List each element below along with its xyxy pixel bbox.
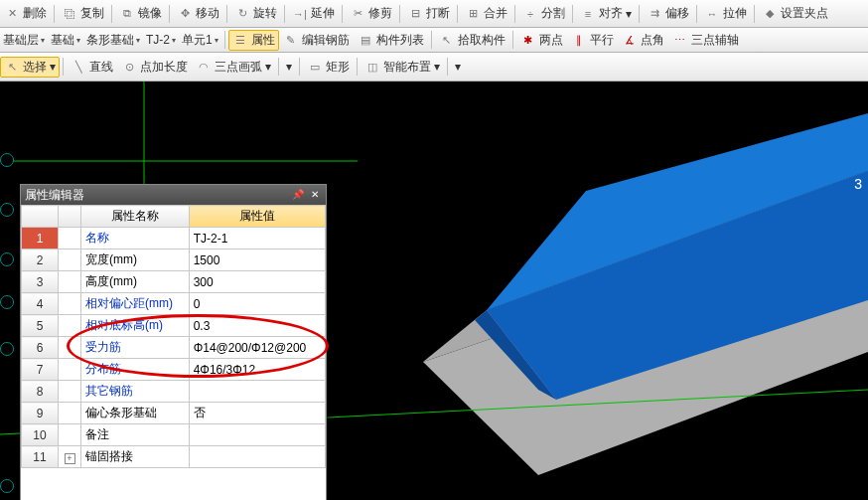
property-grid[interactable]: 属性名称 属性值 1名称TJ-2-12宽度(mm)15003高度(mm)3004… — [21, 205, 326, 468]
offset-button[interactable]: ⇉偏移 — [643, 3, 693, 24]
line-button[interactable]: ╲直线 — [67, 57, 117, 78]
expand-cell — [59, 293, 81, 315]
rotate-icon: ↻ — [234, 6, 250, 22]
expand-cell — [59, 359, 81, 381]
expand-cell — [59, 271, 81, 293]
model-viewport[interactable]: 30 3 Z 属性编辑器 📌 ✕ 属性名称 属性值 1名称TJ-2-12宽度(m… — [0, 82, 868, 500]
property-editor-panel: 属性编辑器 📌 ✕ 属性名称 属性值 1名称TJ-2-12宽度(mm)15003… — [20, 184, 327, 500]
row-number: 8 — [22, 381, 59, 403]
prop-name: 其它钢筋 — [81, 381, 190, 403]
parallel-button[interactable]: ∥平行 — [567, 30, 618, 51]
table-row[interactable]: 10备注 — [22, 424, 326, 446]
copy-button[interactable]: ⿻复制 — [58, 3, 108, 24]
axis-marker — [0, 252, 14, 266]
table-row[interactable]: 1名称TJ-2-1 — [22, 228, 326, 250]
expand-cell[interactable]: + — [59, 446, 81, 468]
toolbar-edit: ✕删除 ⿻复制 ⧉镜像 ✥移动 ↻旋转 →|延伸 ✂修剪 ⊟打断 ⊞合并 ÷分割… — [0, 0, 868, 28]
prop-value[interactable]: Φ14@200/Φ12@200 — [189, 337, 325, 359]
align-button[interactable]: ≡对齐▾ — [576, 3, 636, 24]
table-row[interactable]: 5相对底标高(m)0.3 — [22, 315, 326, 337]
rotate-button[interactable]: ↻旋转 — [230, 3, 281, 24]
table-row[interactable]: 2宽度(mm)1500 — [22, 250, 326, 271]
row-number: 1 — [22, 228, 59, 250]
table-row[interactable]: 6受力筋Φ14@200/Φ12@200 — [22, 337, 326, 359]
pick-icon: ↖ — [439, 32, 455, 48]
move-button[interactable]: ✥移动 — [173, 3, 223, 24]
expand-cell — [59, 337, 81, 359]
extend-icon: →| — [292, 6, 308, 22]
expand-cell — [59, 381, 81, 403]
prop-value[interactable] — [189, 424, 325, 446]
smart-layout-button[interactable]: ◫智能布置▾ — [361, 57, 444, 78]
move-icon: ✥ — [177, 6, 193, 22]
merge-button[interactable]: ⊞合并 — [461, 3, 511, 24]
stretch-button[interactable]: ↔拉伸 — [700, 3, 751, 24]
grip-button[interactable]: ◆设置夹点 — [758, 3, 832, 24]
delete-button[interactable]: ✕删除 — [0, 3, 51, 24]
col-blank — [22, 206, 59, 228]
table-row[interactable]: 11+锚固搭接 — [22, 446, 326, 468]
table-row[interactable]: 9偏心条形基础否 — [22, 403, 326, 424]
mirror-button[interactable]: ⧉镜像 — [115, 3, 166, 24]
type-dropdown[interactable]: 条形基础▾ — [83, 31, 143, 50]
expand-cell — [59, 228, 81, 250]
prop-name: 偏心条形基础 — [81, 403, 190, 424]
mirror-icon: ⧉ — [119, 6, 135, 22]
three-point-aux-icon: ⋯ — [672, 32, 688, 48]
prop-value[interactable] — [189, 446, 325, 468]
edit-rebar-button[interactable]: ✎编辑钢筋 — [279, 30, 354, 51]
point-angle-button[interactable]: ∡点角 — [618, 30, 668, 51]
three-point-aux-button[interactable]: ⋯三点辅轴 — [668, 30, 743, 51]
close-icon[interactable]: ✕ — [308, 188, 322, 202]
row-number: 9 — [22, 403, 59, 424]
list-icon: ▤ — [358, 32, 373, 48]
split-button[interactable]: ÷分割 — [518, 3, 569, 24]
table-row[interactable]: 4相对偏心距(mm)0 — [22, 293, 326, 315]
rect-button[interactable]: ▭矩形 — [303, 57, 354, 78]
expand-cell — [59, 424, 81, 446]
rect-icon: ▭ — [307, 59, 323, 75]
axis-marker — [0, 479, 14, 493]
unit-dropdown[interactable]: 单元1▾ — [179, 31, 221, 50]
point-length-icon: ⊙ — [121, 59, 137, 75]
split-icon: ÷ — [522, 6, 538, 22]
layer-dropdown[interactable]: 基础层▾ — [0, 31, 48, 50]
trim-button[interactable]: ✂修剪 — [346, 3, 396, 24]
break-button[interactable]: ⊟打断 — [403, 3, 454, 24]
table-row[interactable]: 8其它钢筋 — [22, 381, 326, 403]
prop-name: 相对偏心距(mm) — [81, 293, 190, 315]
prop-value[interactable] — [189, 381, 325, 403]
dimension-h: 3 — [854, 176, 862, 192]
prop-value[interactable]: 0.3 — [189, 315, 325, 337]
table-row[interactable]: 3高度(mm)300 — [22, 271, 326, 293]
group-dropdown[interactable]: 基础▾ — [48, 31, 83, 50]
item-dropdown[interactable]: TJ-2▾ — [143, 32, 179, 48]
more2-dropdown[interactable]: ▾ — [451, 58, 465, 76]
panel-titlebar[interactable]: 属性编辑器 📌 ✕ — [21, 185, 326, 205]
select-button[interactable]: ↖选择▾ — [0, 57, 60, 78]
row-number: 7 — [22, 359, 59, 381]
extend-button[interactable]: →|延伸 — [288, 3, 339, 24]
prop-value[interactable]: 300 — [189, 271, 325, 293]
pick-member-button[interactable]: ↖拾取构件 — [435, 30, 509, 51]
prop-value[interactable]: 4Φ16/3Φ12 — [189, 359, 325, 381]
row-number: 11 — [22, 446, 59, 468]
table-row[interactable]: 7分布筋4Φ16/3Φ12 — [22, 359, 326, 381]
axis-marker — [0, 153, 14, 167]
prop-value[interactable]: TJ-2-1 — [189, 228, 325, 250]
prop-value[interactable]: 否 — [189, 403, 325, 424]
more-dropdown[interactable]: ▾ — [282, 58, 296, 76]
properties-button[interactable]: ☰属性 — [228, 30, 279, 51]
two-point-button[interactable]: ✱两点 — [516, 30, 567, 51]
row-number: 3 — [22, 271, 59, 293]
arc3-button[interactable]: ◠三点画弧▾ — [192, 57, 275, 78]
col-value: 属性值 — [189, 206, 325, 228]
prop-name: 备注 — [81, 424, 190, 446]
prop-value[interactable]: 1500 — [189, 250, 325, 271]
prop-name: 宽度(mm) — [81, 250, 190, 271]
prop-value[interactable]: 0 — [189, 293, 325, 315]
point-length-button[interactable]: ⊙点加长度 — [117, 57, 192, 78]
pin-icon[interactable]: 📌 — [291, 188, 305, 202]
member-list-button[interactable]: ▤构件列表 — [354, 30, 428, 51]
grip-icon: ◆ — [762, 6, 778, 22]
